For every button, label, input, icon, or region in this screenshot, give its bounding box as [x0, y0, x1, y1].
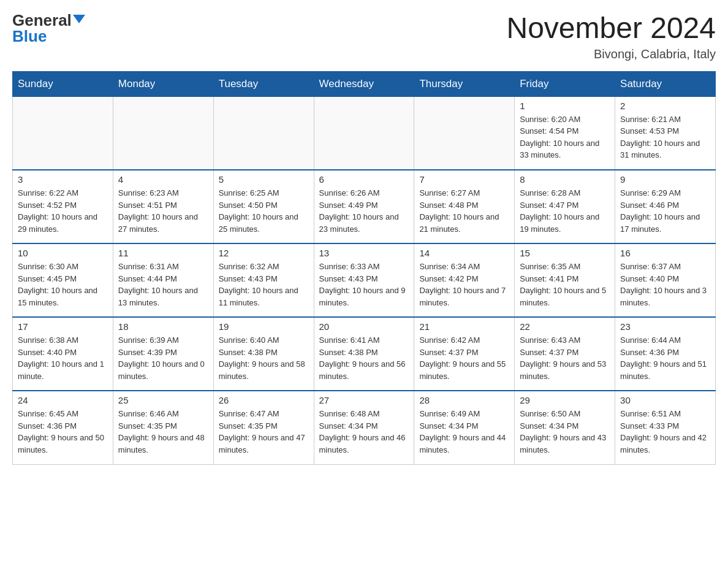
- day-number: 30: [620, 395, 710, 405]
- calendar-cell: [414, 96, 515, 170]
- day-number: 2: [620, 101, 710, 111]
- day-number: 3: [18, 174, 108, 185]
- day-number: 21: [419, 321, 509, 332]
- calendar-cell: 20Sunrise: 6:41 AMSunset: 4:38 PMDayligh…: [314, 317, 414, 391]
- day-info: Sunrise: 6:39 AMSunset: 4:39 PMDaylight:…: [118, 334, 208, 382]
- month-title: November 2024: [506, 12, 716, 45]
- day-of-week-header: Sunday: [13, 71, 113, 96]
- day-number: 4: [118, 174, 208, 185]
- day-info: Sunrise: 6:33 AMSunset: 4:43 PMDaylight:…: [319, 261, 409, 308]
- day-number: 23: [620, 321, 710, 332]
- logo-triangle-icon: [73, 15, 85, 23]
- day-info: Sunrise: 6:28 AMSunset: 4:47 PMDaylight:…: [520, 187, 610, 235]
- day-number: 18: [118, 321, 208, 332]
- calendar-week-row: 1Sunrise: 6:20 AMSunset: 4:54 PMDaylight…: [13, 96, 716, 170]
- day-info: Sunrise: 6:45 AMSunset: 4:36 PMDaylight:…: [18, 408, 108, 456]
- day-of-week-header: Tuesday: [213, 71, 314, 96]
- day-number: 22: [520, 321, 610, 332]
- day-number: 1: [520, 101, 610, 111]
- logo-general-text: General: [12, 12, 72, 28]
- day-number: 16: [620, 248, 710, 258]
- day-number: 27: [319, 395, 409, 405]
- day-number: 15: [520, 248, 610, 258]
- calendar-cell: 12Sunrise: 6:32 AMSunset: 4:43 PMDayligh…: [213, 243, 314, 317]
- day-number: 24: [18, 395, 108, 405]
- calendar-cell: 28Sunrise: 6:49 AMSunset: 4:34 PMDayligh…: [414, 391, 515, 464]
- calendar-cell: [113, 96, 213, 170]
- day-info: Sunrise: 6:41 AMSunset: 4:38 PMDaylight:…: [319, 334, 409, 382]
- calendar-week-row: 10Sunrise: 6:30 AMSunset: 4:45 PMDayligh…: [13, 243, 716, 317]
- calendar-week-row: 3Sunrise: 6:22 AMSunset: 4:52 PMDaylight…: [13, 170, 716, 243]
- day-number: 6: [319, 174, 409, 185]
- day-of-week-header: Friday: [515, 71, 615, 96]
- day-info: Sunrise: 6:32 AMSunset: 4:43 PMDaylight:…: [219, 261, 309, 308]
- calendar-week-row: 24Sunrise: 6:45 AMSunset: 4:36 PMDayligh…: [13, 391, 716, 464]
- calendar-cell: 21Sunrise: 6:42 AMSunset: 4:37 PMDayligh…: [414, 317, 515, 391]
- calendar-cell: 26Sunrise: 6:47 AMSunset: 4:35 PMDayligh…: [213, 391, 314, 464]
- day-number: 20: [319, 321, 409, 332]
- calendar-cell: 16Sunrise: 6:37 AMSunset: 4:40 PMDayligh…: [615, 243, 716, 317]
- day-info: Sunrise: 6:34 AMSunset: 4:42 PMDaylight:…: [419, 261, 509, 308]
- calendar-cell: 6Sunrise: 6:26 AMSunset: 4:49 PMDaylight…: [314, 170, 414, 243]
- calendar-cell: 27Sunrise: 6:48 AMSunset: 4:34 PMDayligh…: [314, 391, 414, 464]
- day-info: Sunrise: 6:42 AMSunset: 4:37 PMDaylight:…: [419, 334, 509, 382]
- calendar-cell: 29Sunrise: 6:50 AMSunset: 4:34 PMDayligh…: [515, 391, 615, 464]
- calendar-cell: 17Sunrise: 6:38 AMSunset: 4:40 PMDayligh…: [13, 317, 113, 391]
- day-info: Sunrise: 6:27 AMSunset: 4:48 PMDaylight:…: [419, 187, 509, 235]
- day-info: Sunrise: 6:48 AMSunset: 4:34 PMDaylight:…: [319, 408, 409, 456]
- day-info: Sunrise: 6:44 AMSunset: 4:36 PMDaylight:…: [620, 334, 710, 382]
- calendar-cell: 9Sunrise: 6:29 AMSunset: 4:46 PMDaylight…: [615, 170, 716, 243]
- calendar-cell: 30Sunrise: 6:51 AMSunset: 4:33 PMDayligh…: [615, 391, 716, 464]
- logo: General Blue: [12, 12, 85, 44]
- calendar-cell: 5Sunrise: 6:25 AMSunset: 4:50 PMDaylight…: [213, 170, 314, 243]
- day-info: Sunrise: 6:21 AMSunset: 4:53 PMDaylight:…: [620, 113, 710, 161]
- day-info: Sunrise: 6:51 AMSunset: 4:33 PMDaylight:…: [620, 408, 710, 456]
- calendar-week-row: 17Sunrise: 6:38 AMSunset: 4:40 PMDayligh…: [13, 317, 716, 391]
- location-text: Bivongi, Calabria, Italy: [506, 47, 716, 61]
- calendar-cell: 18Sunrise: 6:39 AMSunset: 4:39 PMDayligh…: [113, 317, 213, 391]
- day-info: Sunrise: 6:25 AMSunset: 4:50 PMDaylight:…: [219, 187, 309, 235]
- title-block: November 2024 Bivongi, Calabria, Italy: [506, 12, 716, 61]
- calendar-cell: 3Sunrise: 6:22 AMSunset: 4:52 PMDaylight…: [13, 170, 113, 243]
- calendar-cell: 13Sunrise: 6:33 AMSunset: 4:43 PMDayligh…: [314, 243, 414, 317]
- day-info: Sunrise: 6:50 AMSunset: 4:34 PMDaylight:…: [520, 408, 610, 456]
- calendar-cell: 19Sunrise: 6:40 AMSunset: 4:38 PMDayligh…: [213, 317, 314, 391]
- calendar-cell: 1Sunrise: 6:20 AMSunset: 4:54 PMDaylight…: [515, 96, 615, 170]
- day-info: Sunrise: 6:40 AMSunset: 4:38 PMDaylight:…: [219, 334, 309, 382]
- calendar-cell: [213, 96, 314, 170]
- calendar-header-row: SundayMondayTuesdayWednesdayThursdayFrid…: [13, 71, 716, 96]
- day-info: Sunrise: 6:43 AMSunset: 4:37 PMDaylight:…: [520, 334, 610, 382]
- logo-blue-text: Blue: [12, 28, 47, 44]
- day-number: 28: [419, 395, 509, 405]
- day-info: Sunrise: 6:29 AMSunset: 4:46 PMDaylight:…: [620, 187, 710, 235]
- day-info: Sunrise: 6:26 AMSunset: 4:49 PMDaylight:…: [319, 187, 409, 235]
- calendar-cell: 8Sunrise: 6:28 AMSunset: 4:47 PMDaylight…: [515, 170, 615, 243]
- calendar-cell: [314, 96, 414, 170]
- day-of-week-header: Thursday: [414, 71, 515, 96]
- day-number: 12: [219, 248, 309, 258]
- calendar-cell: 25Sunrise: 6:46 AMSunset: 4:35 PMDayligh…: [113, 391, 213, 464]
- day-of-week-header: Monday: [113, 71, 213, 96]
- day-of-week-header: Wednesday: [314, 71, 414, 96]
- day-number: 25: [118, 395, 208, 405]
- calendar-cell: 22Sunrise: 6:43 AMSunset: 4:37 PMDayligh…: [515, 317, 615, 391]
- day-info: Sunrise: 6:38 AMSunset: 4:40 PMDaylight:…: [18, 334, 108, 382]
- day-number: 10: [18, 248, 108, 258]
- day-number: 7: [419, 174, 509, 185]
- day-info: Sunrise: 6:20 AMSunset: 4:54 PMDaylight:…: [520, 113, 610, 161]
- day-info: Sunrise: 6:49 AMSunset: 4:34 PMDaylight:…: [419, 408, 509, 456]
- day-number: 14: [419, 248, 509, 258]
- calendar-cell: 2Sunrise: 6:21 AMSunset: 4:53 PMDaylight…: [615, 96, 716, 170]
- day-info: Sunrise: 6:35 AMSunset: 4:41 PMDaylight:…: [520, 261, 610, 308]
- day-number: 8: [520, 174, 610, 185]
- calendar-cell: [13, 96, 113, 170]
- calendar-cell: 15Sunrise: 6:35 AMSunset: 4:41 PMDayligh…: [515, 243, 615, 317]
- day-number: 26: [219, 395, 309, 405]
- day-info: Sunrise: 6:46 AMSunset: 4:35 PMDaylight:…: [118, 408, 208, 456]
- day-number: 9: [620, 174, 710, 185]
- day-number: 17: [18, 321, 108, 332]
- calendar-cell: 11Sunrise: 6:31 AMSunset: 4:44 PMDayligh…: [113, 243, 213, 317]
- page-header: General Blue November 2024 Bivongi, Cala…: [12, 12, 716, 61]
- day-info: Sunrise: 6:23 AMSunset: 4:51 PMDaylight:…: [118, 187, 208, 235]
- calendar-cell: 23Sunrise: 6:44 AMSunset: 4:36 PMDayligh…: [615, 317, 716, 391]
